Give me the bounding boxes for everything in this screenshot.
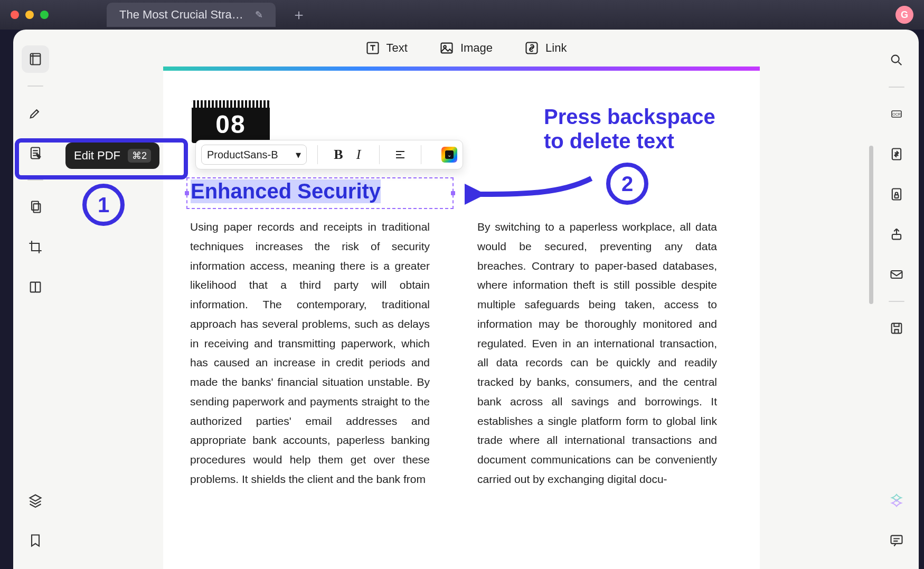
text-selection-box[interactable]: Enhanced Security (186, 177, 454, 209)
highlighter-icon (28, 106, 43, 120)
align-button[interactable] (390, 145, 410, 165)
crop-icon (28, 240, 43, 254)
save-icon (889, 321, 904, 336)
image-icon (439, 41, 454, 55)
step-1-badge: 1 (82, 184, 125, 226)
svg-rect-3 (34, 204, 41, 212)
toolbar-separator (317, 145, 318, 164)
svg-rect-15 (895, 195, 899, 198)
text-format-toolbar: ProductSans-B ▾ B I ⌄ (195, 140, 463, 169)
page-header-stripe (163, 67, 760, 71)
edit-pdf-button[interactable] (22, 139, 49, 167)
font-family-value: ProductSans-B (207, 149, 291, 161)
insert-toolbar: Text Image Link (58, 30, 874, 67)
svg-rect-4 (31, 282, 35, 292)
page-number-box: 08 (192, 100, 270, 143)
convert-button[interactable] (883, 140, 910, 168)
font-family-select[interactable]: ProductSans-B ▾ (201, 145, 307, 165)
svg-rect-7 (441, 43, 452, 53)
compare-icon (28, 280, 43, 295)
selection-handle-left[interactable] (185, 191, 189, 195)
highlighter-button[interactable] (22, 99, 49, 127)
svg-rect-9 (526, 43, 538, 54)
svg-rect-19 (891, 536, 902, 544)
titlebar: The Most Crucial Strategy ✎ ＋ G (0, 0, 924, 30)
sidebar-separator (889, 87, 904, 88)
sidebar-separator (27, 86, 43, 87)
crop-button[interactable] (22, 233, 49, 261)
page-number-value: 08 (192, 108, 270, 143)
vertical-scrollbar[interactable] (869, 146, 873, 304)
italic-button[interactable]: I (348, 145, 369, 165)
minimize-window-button[interactable] (25, 11, 34, 19)
edit-pdf-icon (28, 146, 43, 160)
thumbnails-icon (28, 52, 43, 67)
comment-button[interactable] (883, 527, 910, 554)
document-tab[interactable]: The Most Crucial Strategy ✎ (107, 3, 276, 27)
convert-icon (889, 147, 904, 162)
selected-heading-text[interactable]: Enhanced Security (191, 179, 381, 203)
tooltip-shortcut: ⌘2 (128, 149, 151, 163)
ocr-icon: OCR (890, 108, 903, 120)
ai-button[interactable] (883, 487, 910, 514)
page-manager-icon (28, 200, 43, 214)
left-sidebar (13, 30, 58, 569)
new-tab-button[interactable]: ＋ (291, 5, 306, 25)
right-sidebar: OCR (874, 30, 919, 569)
search-icon (889, 53, 904, 68)
tooltip-label: Edit PDF (74, 149, 120, 163)
insert-image-button[interactable]: Image (439, 41, 493, 55)
share-button[interactable] (883, 221, 910, 248)
toolbar-separator (421, 145, 421, 164)
svg-text:OCR: OCR (892, 112, 901, 116)
insert-link-label: Link (545, 41, 567, 55)
svg-rect-17 (891, 271, 902, 278)
insert-image-label: Image (460, 41, 493, 55)
svg-rect-16 (892, 234, 901, 239)
body-column-2[interactable]: By switching to a paperless workplace, a… (477, 217, 717, 489)
ai-icon (889, 492, 904, 508)
insert-text-label: Text (386, 41, 408, 55)
mail-icon (889, 267, 904, 282)
bookmark-icon (28, 533, 43, 548)
chevron-down-icon: ⌄ (445, 150, 454, 159)
insert-link-button[interactable]: Link (524, 41, 567, 55)
lock-file-icon (889, 187, 904, 202)
svg-rect-0 (31, 54, 41, 65)
ocr-button[interactable]: OCR (883, 100, 910, 128)
callout-text: Press backspace to delete text (544, 105, 715, 153)
close-window-button[interactable] (11, 11, 19, 19)
align-left-icon (394, 148, 407, 161)
step-2-badge: 2 (606, 163, 648, 205)
user-avatar[interactable]: G (895, 6, 913, 24)
comment-icon (889, 533, 904, 548)
sidebar-separator (889, 301, 904, 302)
chevron-down-icon: ▾ (296, 148, 301, 161)
svg-rect-5 (35, 282, 40, 292)
search-button[interactable] (883, 46, 910, 74)
protect-button[interactable] (883, 181, 910, 208)
mail-button[interactable] (883, 261, 910, 288)
page-manager-button[interactable] (22, 193, 49, 221)
sidebar-separator (27, 179, 43, 181)
text-color-button[interactable]: ⌄ (441, 147, 457, 163)
callout-line2: to delete text (544, 129, 715, 153)
document-tab-title: The Most Crucial Strategy (119, 8, 243, 22)
svg-rect-18 (892, 324, 902, 334)
bookmark-button[interactable] (22, 527, 49, 554)
fullscreen-window-button[interactable] (40, 11, 49, 19)
body-column-1[interactable]: Using paper records and receipts in trad… (190, 217, 430, 489)
svg-point-10 (892, 55, 899, 63)
selection-handle-right[interactable] (451, 191, 455, 195)
link-icon (524, 41, 539, 55)
callout-arrow (465, 173, 602, 226)
insert-text-button[interactable]: Text (365, 41, 408, 55)
pencil-icon: ✎ (255, 9, 263, 21)
text-icon (365, 41, 380, 55)
bold-button[interactable]: B (328, 145, 348, 165)
compare-button[interactable] (22, 273, 49, 301)
save-button[interactable] (883, 315, 910, 342)
edit-pdf-tooltip: Edit PDF ⌘2 (65, 143, 159, 169)
layers-button[interactable] (22, 487, 49, 514)
thumbnails-button[interactable] (22, 45, 49, 73)
